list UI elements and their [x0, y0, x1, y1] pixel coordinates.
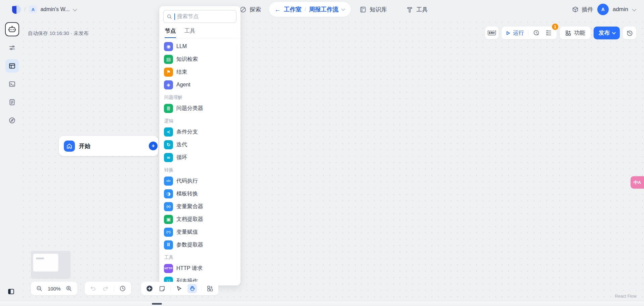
nav-plugins[interactable]: 插件 — [572, 6, 593, 13]
knowledge-retrieval-icon: ▤ — [164, 55, 173, 64]
nav-studio[interactable]: 工作室 — [284, 5, 302, 13]
divider — [170, 285, 171, 292]
workflow-canvas[interactable] — [20, 19, 644, 301]
node-item-question-classifier[interactable]: ≣问题分类器 — [161, 102, 239, 115]
node-item-iteration[interactable]: ↻迭代 — [161, 138, 239, 151]
user-avatar[interactable]: A — [597, 4, 609, 15]
node-group-header: 工具 — [161, 251, 239, 262]
agent-icon: ◈ — [164, 80, 173, 89]
terminal-icon — [8, 80, 16, 88]
react-flow-attribution[interactable]: React Flow — [615, 294, 637, 299]
rail-preview-button[interactable] — [5, 77, 19, 91]
nav-explore[interactable]: 探索 — [240, 6, 261, 13]
node-item-http-request[interactable]: HTTPHTTP 请求 — [161, 262, 239, 275]
node-item-code[interactable]: </>代码执行 — [161, 175, 239, 187]
dify-logo-icon[interactable] — [12, 5, 21, 14]
node-item-if-else[interactable]: ≺条件分支 — [161, 125, 239, 138]
node-item-variable-assigner[interactable]: {=}变量赋值 — [161, 226, 239, 238]
topbar: / A admin's W... 探索 ← 工作室 / 周报工作流 — [0, 0, 644, 19]
chevron-down-icon[interactable] — [632, 7, 637, 11]
publish-button[interactable]: 发布 — [594, 27, 620, 39]
node-item-end[interactable]: ⚑结束 — [161, 66, 239, 78]
breadcrumb-separator: / — [305, 6, 306, 12]
undo-button[interactable] — [89, 284, 97, 293]
workspace-name[interactable]: admin's W... — [40, 6, 70, 12]
canvas-icon — [8, 62, 16, 70]
divider — [201, 285, 202, 292]
rail-logs-button[interactable] — [5, 95, 19, 109]
breadcrumb-separator: / — [24, 6, 26, 12]
start-node[interactable]: 开始 + — [59, 136, 158, 156]
node-item-variable-aggregator[interactable]: {x}变量聚合器 — [161, 200, 239, 213]
redo-button[interactable] — [101, 284, 110, 293]
if-else-icon: ≺ — [164, 127, 173, 137]
node-item-parameter-extractor[interactable]: ⠿参数提取器 — [161, 238, 239, 251]
start-node-label: 开始 — [79, 142, 90, 150]
node-item-doc-extractor[interactable]: ▣文档提取器 — [161, 213, 239, 226]
minimap[interactable] — [31, 251, 71, 279]
node-item-llm[interactable]: ◉LLM — [161, 40, 239, 53]
back-arrow-icon[interactable]: ← — [274, 6, 281, 13]
zoom-out-button[interactable] — [35, 284, 43, 293]
rail-orchestrate-button[interactable] — [5, 41, 19, 54]
node-search[interactable] — [163, 10, 237, 23]
node-item-label: 迭代 — [176, 141, 187, 148]
llm-icon: ◉ — [164, 42, 173, 51]
features-button[interactable]: 功能 — [560, 27, 591, 39]
change-history-button[interactable] — [119, 284, 127, 293]
play-icon — [506, 31, 511, 36]
checklist-icon[interactable] — [545, 29, 553, 37]
history-icon — [626, 30, 633, 37]
divider — [114, 285, 114, 292]
node-item-agent[interactable]: ◈Agent — [161, 78, 239, 91]
variable-assigner-icon: {=} — [164, 228, 173, 237]
env-button[interactable]: ENV — [485, 27, 499, 39]
nav-tools[interactable]: 工具 — [406, 6, 428, 13]
add-node-button[interactable]: + — [149, 142, 158, 150]
left-rail — [4, 22, 20, 127]
organize-blocks-button[interactable] — [206, 284, 214, 293]
loop-icon: ∞ — [164, 153, 173, 162]
add-block-button[interactable] — [145, 284, 154, 293]
home-icon — [64, 141, 75, 152]
doc-extractor-icon: ▣ — [164, 215, 173, 224]
tab-tools[interactable]: 工具 — [184, 26, 196, 38]
checklist-badge: 1 — [552, 23, 559, 30]
node-item-knowledge-retrieval[interactable]: ▤知识检索 — [161, 53, 239, 66]
divider — [528, 30, 528, 36]
code-icon: </> — [164, 177, 173, 186]
nav-knowledge[interactable]: 知识库 — [359, 6, 387, 13]
rail-canvas-button[interactable] — [5, 59, 19, 73]
nav-explore-label: 探索 — [250, 6, 261, 13]
workspace-avatar[interactable]: A — [29, 5, 37, 13]
ime-language-badge[interactable]: 中A — [631, 176, 644, 189]
user-name[interactable]: admin — [613, 6, 628, 13]
node-item-template[interactable]: ◑模板转换 — [161, 187, 239, 200]
hand-mode-button[interactable] — [187, 284, 197, 293]
node-item-label: 条件分支 — [176, 128, 198, 136]
node-item-label: HTTP 请求 — [176, 265, 203, 272]
search-input[interactable] — [177, 13, 233, 20]
zoom-in-button[interactable] — [65, 284, 73, 293]
app-robot-avatar[interactable] — [5, 22, 19, 36]
chevron-down-icon[interactable] — [341, 7, 345, 11]
compass-icon — [8, 117, 16, 124]
run-button[interactable]: 运行 — [506, 29, 524, 37]
pointer-mode-button[interactable] — [175, 284, 183, 293]
add-note-button[interactable] — [158, 284, 166, 293]
rail-annotation-button[interactable] — [5, 114, 19, 127]
run-label: 运行 — [513, 29, 524, 37]
zoom-level[interactable]: 100% — [48, 286, 60, 292]
zoom-controls: 100% — [31, 282, 77, 295]
chevron-down-icon[interactable] — [73, 7, 77, 11]
version-history-button[interactable] — [623, 27, 636, 39]
topbar-nav: 探索 ← 工作室 / 周报工作流 知识库 工具 — [240, 0, 428, 19]
node-item-loop[interactable]: ∞循环 — [161, 151, 239, 164]
tab-nodes[interactable]: 节点 — [165, 26, 176, 38]
workflow-title[interactable]: 周报工作流 — [309, 5, 339, 13]
node-item-label: 变量赋值 — [176, 229, 198, 236]
topbar-right: 插件 A admin — [572, 0, 635, 19]
nav-tools-label: 工具 — [416, 6, 428, 13]
run-history-icon[interactable] — [532, 29, 541, 37]
collapse-sidebar-button[interactable] — [7, 288, 15, 295]
